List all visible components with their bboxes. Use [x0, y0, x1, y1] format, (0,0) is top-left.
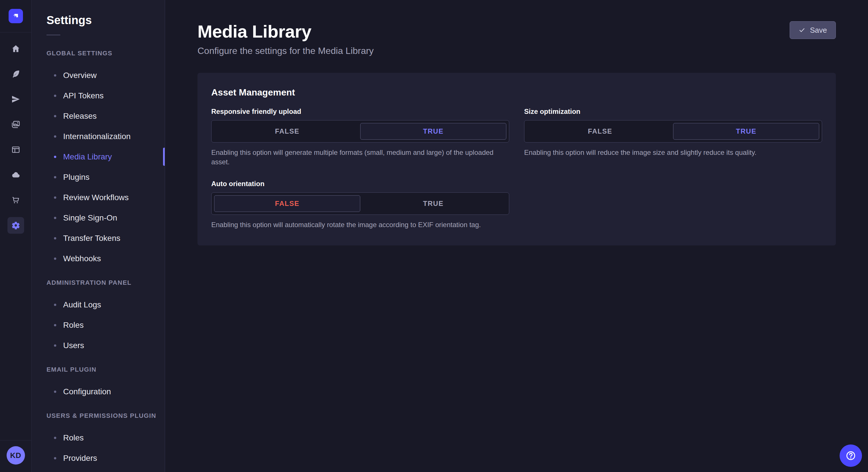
- settings-grid: Responsive friendly upload FALSE TRUE En…: [211, 107, 822, 229]
- responsive-friendly-upload-toggle: FALSE TRUE: [211, 120, 509, 142]
- bullet-icon: [54, 95, 56, 97]
- sidebar-item-up-roles[interactable]: Roles: [46, 428, 158, 448]
- paper-plane-icon: [11, 95, 20, 104]
- sidebar-item-admin-users[interactable]: Users: [46, 335, 158, 356]
- avatar[interactable]: KD: [7, 446, 25, 465]
- sidebar-item-plugins[interactable]: Plugins: [46, 167, 158, 187]
- help-button[interactable]: [840, 444, 862, 467]
- section-label-users-permissions-plugin: USERS & PERMISSIONS PLUGIN: [46, 412, 158, 419]
- size-optimization-toggle: FALSE TRUE: [524, 120, 822, 142]
- sidebar-item-media-library[interactable]: Media Library: [46, 146, 158, 167]
- cart-icon: [11, 196, 20, 205]
- bullet-icon: [54, 391, 56, 393]
- bullet-icon: [54, 457, 56, 460]
- sidebar-item-webhooks[interactable]: Webhooks: [46, 248, 158, 269]
- sidebar-item-admin-roles[interactable]: Roles: [46, 315, 158, 335]
- toggle-option-true[interactable]: TRUE: [673, 123, 819, 140]
- sidebar-item-label: Users: [63, 341, 84, 350]
- sidebar-item-single-sign-on[interactable]: Single Sign-On: [46, 208, 158, 228]
- sidebar-item-review-workflows[interactable]: Review Workflows: [46, 187, 158, 208]
- strapi-logo[interactable]: [9, 9, 23, 23]
- sidebar-item-label: Media Library: [63, 152, 112, 162]
- nav-item-content-type-builder[interactable]: [7, 141, 24, 158]
- active-indicator-bar: [163, 148, 165, 166]
- toggle-option-false[interactable]: FALSE: [214, 195, 360, 212]
- sidebar-item-label: Overview: [63, 71, 97, 80]
- panel-title: Asset Management: [211, 87, 822, 98]
- check-icon: [799, 27, 805, 34]
- sidebar-item-label: Providers: [63, 453, 97, 463]
- page-header: Media Library Configure the settings for…: [197, 21, 836, 56]
- field-label: Responsive friendly upload: [211, 107, 509, 115]
- sidebar-item-releases[interactable]: Releases: [46, 106, 158, 126]
- sidebar-item-label: Configuration: [63, 387, 111, 396]
- asset-management-panel: Asset Management Responsive friendly upl…: [197, 73, 836, 245]
- section-label-global-settings: GLOBAL SETTINGS: [46, 49, 158, 57]
- bullet-icon: [54, 437, 56, 439]
- question-mark-icon: [845, 450, 856, 461]
- nav-item-media-library[interactable]: [7, 116, 24, 133]
- auto-orientation-toggle: FALSE TRUE: [211, 193, 509, 215]
- sidebar-item-label: Webhooks: [63, 254, 101, 263]
- bullet-icon: [54, 344, 56, 347]
- page-header-text: Media Library Configure the settings for…: [197, 21, 374, 56]
- toggle-option-false[interactable]: FALSE: [527, 123, 673, 140]
- sidebar-item-audit-logs[interactable]: Audit Logs: [46, 295, 158, 315]
- sidebar-item-overview[interactable]: Overview: [46, 65, 158, 86]
- page-subtitle: Configure the settings for the Media Lib…: [197, 45, 374, 56]
- nav-item-content-manager[interactable]: [7, 66, 24, 82]
- home-icon: [11, 44, 20, 53]
- rail-bottom-divider: [0, 440, 32, 440]
- toggle-option-true[interactable]: TRUE: [360, 123, 506, 140]
- sidebar-item-up-providers[interactable]: Providers: [46, 448, 158, 468]
- sidebar-item-transfer-tokens[interactable]: Transfer Tokens: [46, 228, 158, 248]
- sidebar-item-label: Internationalization: [63, 132, 131, 141]
- bullet-icon: [54, 304, 56, 306]
- settings-sidebar: Settings GLOBAL SETTINGS Overview API To…: [32, 0, 165, 472]
- sidebar-title: Settings: [46, 14, 158, 27]
- toggle-option-true[interactable]: TRUE: [360, 195, 506, 212]
- strapi-logo-icon: [11, 12, 20, 20]
- save-button[interactable]: Save: [789, 21, 836, 39]
- field-label: Auto orientation: [211, 180, 509, 188]
- save-button-label: Save: [810, 26, 827, 35]
- bullet-icon: [54, 135, 56, 138]
- bullet-icon: [54, 196, 56, 199]
- email-plugin-list: Configuration: [46, 381, 158, 402]
- toggle-option-false[interactable]: FALSE: [214, 123, 360, 140]
- field-description: Enabling this option will automatically …: [211, 220, 501, 229]
- field-size-optimization: Size optimization FALSE TRUE Enabling th…: [524, 107, 822, 167]
- sidebar-title-divider: [46, 35, 60, 35]
- section-label-email-plugin: EMAIL PLUGIN: [46, 366, 158, 373]
- sidebar-item-internationalization[interactable]: Internationalization: [46, 126, 158, 146]
- field-responsive-friendly-upload: Responsive friendly upload FALSE TRUE En…: [211, 107, 509, 167]
- feather-icon: [11, 69, 20, 78]
- field-description: Enabling this option will reduce the ima…: [524, 148, 814, 157]
- bullet-icon: [54, 156, 56, 158]
- sidebar-item-api-tokens[interactable]: API Tokens: [46, 86, 158, 106]
- nav-item-home[interactable]: [7, 40, 24, 57]
- nav-item-cloud[interactable]: [7, 167, 24, 183]
- bullet-icon: [54, 258, 56, 260]
- nav-item-releases[interactable]: [7, 91, 24, 107]
- main-content: Media Library Configure the settings for…: [165, 0, 868, 472]
- sidebar-item-label: Audit Logs: [63, 300, 101, 309]
- nav-rail: KD: [0, 0, 32, 472]
- field-label: Size optimization: [524, 107, 822, 115]
- sidebar-item-label: Releases: [63, 111, 97, 121]
- images-icon: [11, 120, 20, 129]
- sidebar-item-label: Roles: [63, 321, 84, 330]
- sidebar-item-email-configuration[interactable]: Configuration: [46, 381, 158, 402]
- users-permissions-list: Roles Providers: [46, 428, 158, 468]
- layout-icon: [11, 145, 20, 154]
- bullet-icon: [54, 324, 56, 326]
- sidebar-item-label: Plugins: [63, 173, 90, 182]
- nav-item-marketplace[interactable]: [7, 192, 24, 208]
- global-settings-list: Overview API Tokens Releases Internation…: [46, 65, 158, 269]
- bullet-icon: [54, 176, 56, 178]
- rail-nav: [7, 32, 24, 234]
- page-title: Media Library: [197, 21, 374, 42]
- sidebar-item-label: Review Workflows: [63, 193, 129, 202]
- gear-icon: [11, 221, 20, 230]
- nav-item-settings[interactable]: [7, 217, 24, 234]
